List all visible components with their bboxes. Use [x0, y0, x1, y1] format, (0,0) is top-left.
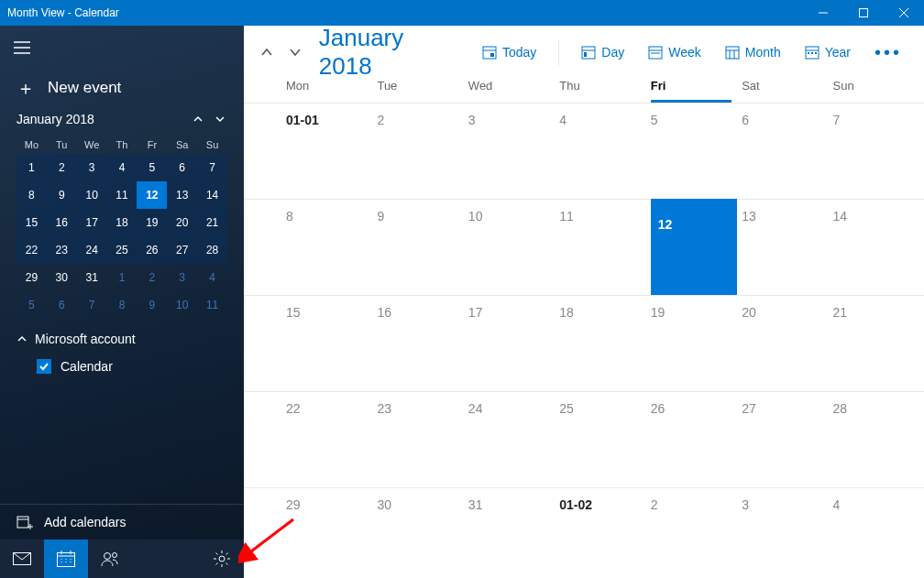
mini-day[interactable]: 9 [47, 181, 77, 209]
maximize-button[interactable] [843, 0, 884, 26]
day-cell[interactable]: 6 [742, 104, 832, 199]
mini-day[interactable]: 19 [137, 209, 167, 236]
day-cell[interactable]: 29 [286, 488, 377, 578]
day-cell[interactable]: 9 [377, 200, 468, 295]
mini-day[interactable]: 3 [167, 264, 197, 291]
mail-nav-button[interactable] [0, 540, 44, 578]
mini-day[interactable]: 22 [16, 236, 47, 264]
day-cell[interactable]: 15 [286, 296, 377, 391]
mini-day[interactable]: 12 [137, 181, 167, 209]
day-cell[interactable]: 26 [651, 392, 742, 487]
mini-day[interactable]: 31 [77, 264, 107, 291]
next-month-button[interactable] [285, 41, 306, 63]
day-cell[interactable]: 18 [559, 296, 650, 391]
mini-day[interactable]: 4 [197, 264, 227, 291]
minimize-button[interactable] [803, 0, 843, 26]
day-cell[interactable]: 20 [742, 296, 832, 391]
mini-day[interactable]: 16 [47, 209, 77, 236]
today-button[interactable]: Today [473, 39, 545, 65]
day-cell[interactable]: 8 [286, 200, 377, 295]
mini-day[interactable]: 4 [107, 154, 138, 181]
people-nav-button[interactable] [88, 540, 132, 578]
mini-day[interactable]: 7 [77, 291, 107, 319]
mini-next-button[interactable] [214, 113, 227, 125]
day-cell[interactable]: 27 [742, 392, 832, 487]
mini-day[interactable]: 24 [77, 236, 107, 264]
day-cell[interactable]: 31 [468, 488, 559, 578]
day-cell[interactable]: 01-01 [286, 104, 377, 199]
mini-day[interactable]: 28 [197, 236, 227, 264]
mini-day[interactable]: 10 [77, 181, 107, 209]
mini-day[interactable]: 21 [197, 209, 227, 236]
mini-day[interactable]: 13 [167, 181, 197, 209]
day-cell[interactable]: 12 [651, 199, 737, 295]
mini-day[interactable]: 29 [16, 264, 47, 291]
mini-day[interactable]: 30 [47, 264, 77, 291]
day-cell[interactable]: 10 [468, 200, 559, 295]
day-cell[interactable]: 25 [559, 392, 650, 487]
year-view-button[interactable]: Year [796, 39, 860, 65]
day-cell[interactable]: 4 [833, 488, 924, 578]
settings-nav-button[interactable] [200, 540, 244, 578]
account-toggle[interactable]: Microsoft account [16, 332, 227, 346]
mini-prev-button[interactable] [192, 113, 205, 125]
mini-day[interactable]: 2 [137, 264, 167, 291]
mini-day[interactable]: 17 [77, 209, 107, 236]
month-view-button[interactable]: Month [716, 39, 790, 65]
mini-day[interactable]: 10 [167, 291, 197, 319]
day-cell[interactable]: 2 [651, 488, 742, 578]
mini-day[interactable]: 9 [137, 291, 167, 319]
day-cell[interactable]: 19 [651, 296, 742, 391]
day-cell[interactable]: 3 [468, 104, 559, 199]
mini-day[interactable]: 26 [137, 236, 167, 264]
more-button[interactable]: ••• [865, 42, 911, 63]
day-cell[interactable]: 7 [833, 104, 924, 199]
day-cell[interactable]: 5 [651, 104, 742, 199]
day-cell[interactable]: 11 [559, 200, 650, 295]
close-button[interactable] [884, 0, 924, 26]
mini-day[interactable]: 8 [16, 181, 47, 209]
mini-day[interactable]: 15 [16, 209, 47, 236]
mini-day[interactable]: 27 [167, 236, 197, 264]
week-view-button[interactable]: Week [639, 39, 710, 65]
prev-month-button[interactable] [257, 41, 278, 63]
new-event-button[interactable]: ＋ New event [0, 70, 244, 106]
day-cell[interactable]: 22 [286, 392, 377, 487]
mini-day[interactable]: 25 [107, 236, 138, 264]
mini-day[interactable]: 14 [197, 181, 227, 209]
mini-day[interactable]: 11 [197, 291, 227, 319]
day-cell[interactable]: 16 [377, 296, 468, 391]
mini-day[interactable]: 6 [47, 291, 77, 319]
calendar-nav-button[interactable] [44, 540, 88, 578]
mini-day[interactable]: 5 [137, 154, 167, 181]
day-cell[interactable]: 2 [377, 104, 468, 199]
mini-day[interactable]: 23 [47, 236, 77, 264]
mini-day[interactable]: 7 [197, 154, 227, 181]
day-cell[interactable]: 14 [833, 200, 924, 295]
mini-day[interactable]: 11 [107, 181, 138, 209]
mini-day[interactable]: 5 [16, 291, 47, 319]
hamburger-button[interactable] [0, 26, 44, 70]
mini-day[interactable]: 20 [167, 209, 197, 236]
mini-day[interactable]: 18 [107, 209, 138, 236]
day-cell[interactable]: 21 [833, 296, 924, 391]
mini-day[interactable]: 1 [107, 264, 138, 291]
day-cell[interactable]: 23 [377, 392, 468, 487]
day-cell[interactable]: 01-02 [559, 488, 650, 578]
day-cell[interactable]: 4 [559, 104, 650, 199]
gear-icon [213, 550, 231, 568]
add-calendars-button[interactable]: Add calendars [0, 504, 244, 540]
day-cell[interactable]: 30 [377, 488, 468, 578]
mini-day[interactable]: 6 [167, 154, 197, 181]
mini-day[interactable]: 3 [77, 154, 107, 181]
day-cell[interactable]: 3 [742, 488, 832, 578]
day-cell[interactable]: 24 [468, 392, 559, 487]
mini-day[interactable]: 2 [47, 154, 77, 181]
calendar-checkbox-row[interactable]: Calendar [16, 359, 227, 374]
day-view-button[interactable]: Day [572, 39, 633, 65]
day-cell[interactable]: 28 [833, 392, 924, 487]
day-cell[interactable]: 13 [742, 200, 832, 295]
day-cell[interactable]: 17 [468, 296, 559, 391]
mini-day[interactable]: 8 [107, 291, 138, 319]
mini-day[interactable]: 1 [16, 154, 47, 181]
